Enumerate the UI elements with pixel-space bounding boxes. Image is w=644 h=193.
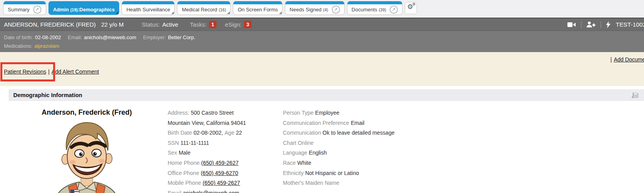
status-value: Active (162, 21, 178, 28)
annotation-highlight-box (0, 62, 55, 81)
field-row: SSN111-11-1111 (168, 138, 282, 148)
demographics-middle-column: Address:500 Castro Street Mountain View,… (165, 108, 282, 193)
field-label: Communication (283, 130, 321, 136)
home-phone-link[interactable]: (650) 459-2627 (201, 160, 239, 166)
email-label: Email: (68, 34, 82, 40)
field-value: Male (179, 150, 190, 156)
field-row: Home Phone(650) 459-2627 (168, 158, 282, 168)
patient-age-sex: 22 y/o M (101, 21, 124, 28)
divider (601, 21, 601, 28)
field-label: Address: (168, 110, 189, 116)
tab-top-accent (233, 1, 282, 4)
dropdown-fold-icon (279, 11, 282, 14)
tab-label: Summary (8, 7, 30, 13)
action-band: Patient Revisions|Add Alert Comment |Add… (0, 52, 644, 86)
field-row: Chart Online (283, 138, 644, 148)
tab-health-surveillance[interactable]: Health Surveillance (122, 1, 175, 15)
add-user-icon[interactable] (587, 21, 596, 28)
tab-top-accent (122, 1, 174, 4)
field-row: Birth Date02-08-2002,Age22 (168, 128, 282, 138)
tab-count: (19) (70, 7, 78, 12)
patient-id: TEST-10025 (616, 21, 644, 28)
field-label: Mother's Maiden Name (283, 180, 339, 186)
email-link[interactable]: anichols@mieweb.com (183, 190, 239, 193)
lightning-bolt-icon[interactable] (606, 21, 611, 28)
open-new-window-icon[interactable]: ↗ (332, 5, 340, 14)
field-row: Address:500 Castro Street (168, 108, 282, 118)
tab-top-accent (4, 1, 46, 4)
webchart-app: { "icons": { "external_link": "↗", "gear… (0, 0, 644, 193)
field-row: Mountain View, California 94041 (168, 118, 282, 128)
field-row: Mother's Maiden Name (283, 178, 644, 188)
office-phone-link[interactable]: (650) 459-6270 (201, 170, 238, 176)
field-row: Mobile Phone(650) 459-2627 (168, 178, 282, 188)
field-label: Home Phone (168, 160, 200, 166)
tab-medical-record[interactable]: Medical Record(16) (177, 1, 231, 15)
field-label: Office Phone (168, 170, 199, 176)
demographics-right-column: Person TypeEmployee Communication Prefer… (282, 108, 644, 193)
tab-admin-demographics[interactable]: Admin(19):Demographics (48, 1, 120, 15)
dropdown-fold-icon (171, 11, 174, 14)
field-label: Birth Date (168, 130, 192, 136)
tab-top-accent (285, 1, 344, 4)
status-label: Status: (142, 21, 160, 28)
open-new-window-icon[interactable]: ↗ (33, 5, 41, 14)
field-value: Ok to leave detailed message (322, 130, 394, 136)
tab-label: Admin (53, 7, 69, 13)
field-label: Sex (168, 150, 177, 156)
field-value: Not Hispanic or Latino (305, 170, 359, 176)
dropdown-fold-icon (116, 11, 118, 14)
tab-summary[interactable]: Summary↗ (3, 1, 46, 15)
field-row: CommunicationOk to leave detailed messag… (283, 128, 644, 138)
field-label: Chart Online (283, 140, 314, 146)
tab-label: On Screen Forms (238, 7, 278, 13)
dropdown-fold-icon (227, 11, 230, 14)
field-value: 22 (236, 130, 242, 136)
field-label: Email (168, 190, 181, 193)
field-value: 500 Castro Street (191, 110, 234, 116)
medications-value[interactable]: alprazolam (34, 43, 59, 49)
patient-info-bar: Date of birth:02-08-2002 Email:anichols@… (0, 31, 644, 52)
field-row: LanguageEnglish (283, 148, 644, 158)
field-value: 02-08-2002, (193, 130, 223, 136)
link-divider: | (610, 56, 612, 63)
chart-tab-bar: Summary↗ Admin(19):Demographics Health S… (0, 0, 644, 18)
settings-button[interactable]: ⚙ ⚙ (405, 2, 417, 14)
esign-count-badge[interactable]: 3 (244, 21, 251, 28)
field-label: Ethnicity (283, 170, 304, 176)
patient-display-name: Anderson, Frederick (Fred) (9, 108, 165, 117)
field-label: Age (225, 130, 234, 136)
tab-label: Documents (352, 7, 377, 13)
open-new-window-icon[interactable]: ↗ (390, 5, 398, 14)
employer-value: Better Corp. (168, 34, 195, 40)
tab-on-screen-forms[interactable]: On Screen Forms (233, 1, 283, 15)
esign-label: eSign: (225, 21, 242, 28)
field-value: 111-11-1111 (181, 140, 209, 146)
add-document-link[interactable]: Add Document (614, 56, 644, 63)
tab-documents[interactable]: Documents(39)↗ (347, 1, 402, 15)
tab-label-suffix: :Demographics (78, 7, 115, 13)
field-label: Communication Preference (283, 120, 349, 126)
panel-header: Demographic Information (9, 89, 644, 101)
mobile-phone-link[interactable]: (650) 459-2627 (203, 180, 240, 186)
add-alert-comment-link[interactable]: Add Alert Comment (52, 69, 99, 75)
field-row: Communication PreferenceEmail (283, 118, 644, 128)
patient-header-bar: ANDERSON, FREDERICK (FRED) 22 y/o M Stat… (0, 18, 644, 31)
video-camera-icon[interactable] (567, 22, 576, 28)
tasks-label: Tasks: (190, 21, 207, 28)
field-label: Language (283, 150, 307, 156)
field-row: RaceWhite (283, 158, 644, 168)
patient-photo-column: Anderson, Frederick (Fred) (9, 108, 165, 193)
tasks-count-badge[interactable]: 1 (209, 21, 216, 28)
field-label: Mobile Phone (168, 180, 201, 186)
journal-icon[interactable] (631, 92, 639, 99)
patient-name: ANDERSON, FREDERICK (FRED) (4, 21, 96, 28)
right-action-links: |Add Document (608, 56, 644, 63)
employer-label: Employer: (143, 34, 166, 40)
gear-small-icon: ⚙ (412, 2, 416, 6)
tab-needs-signed[interactable]: Needs Signed(4)↗ (285, 1, 345, 15)
tab-count: (39) (379, 7, 386, 12)
flag-patch (71, 190, 79, 193)
tab-label: Medical Record (182, 7, 217, 13)
panel-body: Anderson, Frederick (Fred) (9, 101, 644, 193)
